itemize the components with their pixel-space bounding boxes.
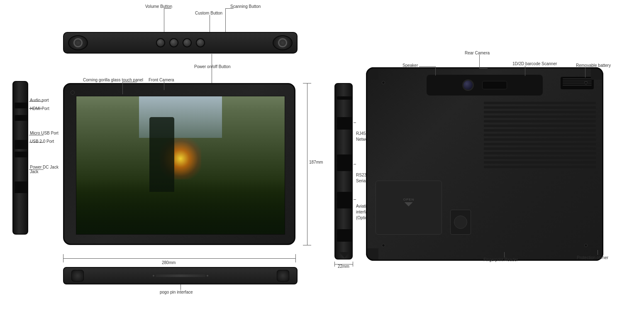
top-buttons (156, 38, 205, 47)
pogo-line (181, 284, 181, 290)
front-camera-dot (71, 91, 75, 95)
fingerprint-label: Fingerprint Reader (483, 257, 518, 262)
sv-port-5 (337, 229, 352, 242)
side-port-4 (15, 152, 28, 157)
height-dim-bot-line (303, 245, 311, 245)
audio-line (29, 101, 44, 102)
speaker-grille (561, 77, 594, 89)
pogo-pin-label: pogo pin interface (160, 290, 193, 294)
removable-line-v (585, 67, 585, 78)
custom-button-label: Custom Button (195, 11, 222, 15)
height-dim-v-line (307, 83, 307, 245)
open-label-area: OPEN (403, 198, 415, 207)
pogo-dot (153, 275, 154, 277)
camera-lens (462, 79, 474, 91)
ridge-11 (484, 147, 596, 150)
screw-tr (584, 81, 588, 84)
speaker-row (563, 78, 592, 79)
power-dc-line (29, 169, 44, 170)
pogo-dot2 (207, 275, 208, 277)
width-dim-arrow-line (63, 258, 295, 259)
width-dim-label: 280mm (162, 260, 176, 265)
side-port-1 (15, 103, 28, 108)
ridge-12 (484, 152, 596, 154)
ridge-6 (484, 125, 596, 127)
battery-cover: OPEN (376, 181, 442, 235)
btn-1 (156, 38, 165, 47)
screen-equipment (76, 179, 285, 234)
barcode-line-v (525, 66, 525, 76)
custom-line-v (210, 15, 210, 32)
corning-line-h (122, 82, 137, 82)
bottom-bar-device (63, 267, 298, 284)
ridge-9 (484, 138, 596, 141)
corner-tl (366, 67, 378, 80)
sv-port-2 (337, 117, 352, 130)
pogo-contacts (156, 274, 205, 277)
rear-camera-label: Rear Camera (465, 51, 490, 55)
audio-port-label: Audio port (30, 98, 49, 103)
strap-right (273, 35, 293, 50)
btn-4 (196, 38, 205, 47)
side-dim-label: 22mm (338, 264, 349, 269)
speaker-row2 (563, 81, 592, 81)
pc-line-v (598, 250, 598, 255)
ridge-3 (484, 111, 596, 113)
speaker-label: Speaker (402, 63, 418, 68)
side-dim-right (353, 262, 353, 267)
bottom-bump-left (71, 270, 84, 282)
height-dim-label: 187mm (309, 160, 323, 164)
tablet-front-body (63, 83, 295, 245)
rear-camera-line-h (479, 68, 488, 69)
aviation-line (354, 199, 356, 200)
rj45-line (354, 122, 356, 123)
sv-port-1 (337, 96, 352, 100)
micro-usb-line (29, 135, 44, 135)
screen-bg (76, 96, 285, 234)
ridge-13 (484, 157, 596, 159)
screw-br (584, 244, 588, 247)
front-camera-line (164, 82, 164, 90)
top-bar-device (63, 32, 298, 54)
btn-3 (183, 38, 192, 47)
hdmi-line (29, 108, 44, 109)
ridge-14 (484, 161, 596, 164)
ridge-5 (484, 120, 596, 122)
pogo-pins-area (153, 274, 208, 277)
vol-line-v (164, 8, 164, 32)
usb20-line (29, 142, 44, 142)
usb20-label: USB 2.0 Port (30, 139, 54, 144)
removable-battery-label: Removable battery (576, 63, 611, 68)
rs232-line (354, 164, 356, 164)
side-view-device (334, 83, 353, 260)
ridge-1 (484, 102, 596, 104)
barcode-label: 1D/2D barcode Scanner (512, 61, 557, 66)
side-port-2 (15, 115, 28, 121)
ridge-7 (484, 129, 596, 132)
strap-ring-left (73, 38, 83, 47)
screw-tl (382, 81, 385, 84)
corner-bl (366, 248, 378, 261)
protection-corner-label: Protection corner (577, 255, 608, 261)
width-dim-right-line (295, 254, 296, 262)
back-ridges-area (484, 102, 596, 226)
fp-sensor (454, 216, 467, 229)
rear-camera-line-v (479, 55, 480, 68)
fingerprint-reader (450, 210, 471, 235)
ridge-8 (484, 134, 596, 136)
vol-line-h (164, 8, 171, 9)
strap-ring-right (278, 38, 287, 47)
side-port-5 (15, 181, 28, 193)
power-line-v (212, 54, 212, 84)
side-dim-h (334, 264, 353, 265)
scan-line-v (225, 8, 226, 32)
ridge-15 (484, 166, 596, 168)
side-port-3 (15, 140, 28, 149)
speaker-line-v (435, 66, 436, 76)
sv-bottom-v (339, 252, 349, 258)
corning-line-v (122, 82, 123, 94)
power-button-label: Power on/off Button (194, 64, 231, 69)
scanning-button-label: Scanning Button (230, 4, 261, 9)
strap-left (68, 35, 88, 50)
sv-port-4 (337, 192, 352, 208)
